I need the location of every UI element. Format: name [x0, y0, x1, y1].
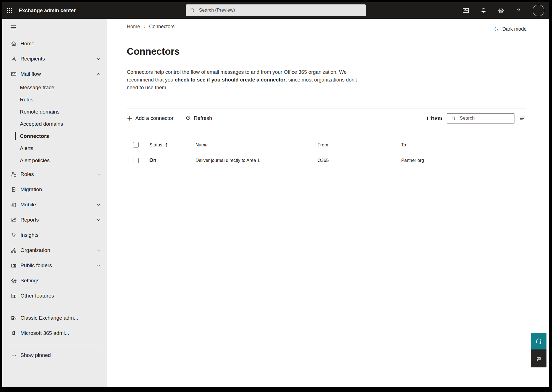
sidebar-item-label: Alerts — [20, 145, 33, 151]
status-value: On — [149, 157, 156, 163]
sidebar-item-microsoft-365-admin[interactable]: Microsoft 365 admi... — [2, 325, 107, 341]
sidebar-item-reports[interactable]: Reports — [2, 212, 107, 227]
sidebar-item-organization[interactable]: Organization — [2, 243, 107, 258]
global-search-box[interactable] — [186, 4, 366, 16]
sidebar-item-mobile[interactable]: Mobile — [2, 197, 107, 212]
sidebar-item-label: Recipients — [20, 56, 45, 62]
sidebar-item-show-pinned[interactable]: Show pinned — [2, 348, 107, 363]
reports-icon — [10, 217, 17, 223]
topbar: Exchange admin center — [2, 2, 549, 19]
sidebar-item-recipients[interactable]: Recipients — [2, 51, 107, 66]
account-avatar[interactable] — [533, 5, 544, 16]
sidebar-item-home[interactable]: Home — [2, 36, 107, 51]
cell-status: On — [149, 157, 196, 163]
row-checkbox-cell — [127, 158, 149, 163]
search-icon — [451, 116, 456, 121]
migration-icon — [10, 186, 17, 193]
refresh-label: Refresh — [194, 115, 212, 121]
filter-icon — [519, 115, 526, 122]
column-header-to[interactable]: To — [401, 142, 526, 148]
topbar-actions: ? — [462, 2, 544, 19]
sidebar-item-label: Organization — [20, 247, 50, 253]
help-icon[interactable]: ? — [515, 7, 522, 14]
breadcrumb: Home Connectors — [127, 24, 175, 30]
column-header-name[interactable]: Name — [196, 142, 318, 148]
header-checkbox-cell — [127, 142, 149, 148]
sidebar-item-connectors[interactable]: Connectors — [2, 130, 107, 142]
global-search-input[interactable] — [199, 7, 362, 13]
sidebar-item-label: Connectors — [20, 133, 49, 139]
sidebar-item-classic-exchange-admin[interactable]: E Classic Exchange adm... — [2, 310, 107, 325]
row-checkbox[interactable] — [133, 158, 139, 163]
svg-text:?: ? — [517, 7, 520, 13]
dark-mode-toggle[interactable]: Dark mode — [493, 26, 527, 32]
chevron-down-icon — [96, 56, 101, 62]
sidebar-item-label: Mail flow — [20, 71, 41, 77]
table-row: On Deliver journal directly to Area 1 O3… — [127, 151, 526, 170]
moon-icon — [493, 26, 500, 32]
sidebar-item-rules[interactable]: Rules — [2, 94, 107, 106]
sidebar-item-alert-policies[interactable]: Alert policies — [2, 154, 107, 167]
sidebar-item-alerts[interactable]: Alerts — [2, 142, 107, 154]
table-icon — [10, 293, 17, 299]
add-connector-label: Add a connector — [135, 115, 173, 121]
app-launcher-button[interactable] — [2, 2, 17, 19]
list-search-input[interactable] — [459, 115, 511, 121]
column-header-status[interactable]: Status — [149, 142, 196, 148]
main-content: Home Connectors Dark mode Connectors Con… — [107, 19, 549, 387]
person-icon — [10, 56, 17, 62]
hamburger-icon — [10, 24, 17, 31]
chevron-right-icon — [143, 25, 146, 28]
sidebar-item-other-features[interactable]: Other features — [2, 288, 107, 303]
feedback-button[interactable] — [531, 349, 546, 367]
sidebar-item-label: Alert policies — [20, 157, 50, 164]
cell-name[interactable]: Deliver journal directly to Area 1 — [196, 158, 318, 163]
settings-gear-icon[interactable] — [498, 7, 505, 14]
breadcrumb-home[interactable]: Home — [127, 24, 140, 30]
list-toolbar: Add a connector Refresh 1 item — [127, 112, 526, 125]
notifications-icon[interactable] — [480, 7, 487, 14]
powershell-icon[interactable] — [462, 7, 469, 14]
cell-from: O365 — [318, 158, 401, 163]
refresh-button[interactable]: Refresh — [185, 115, 212, 121]
sidebar-item-mail-flow[interactable]: Mail flow — [2, 66, 107, 81]
sidebar-item-public-folders[interactable]: Public folders — [2, 258, 107, 273]
breadcrumb-current: Connectors — [149, 24, 175, 30]
sidebar-item-label: Message trace — [20, 85, 54, 91]
sidebar-item-settings[interactable]: Settings — [2, 273, 107, 288]
sidebar-item-insights[interactable]: Insights — [2, 227, 107, 243]
sidebar-item-label: Classic Exchange adm... — [20, 315, 78, 321]
dark-mode-label: Dark mode — [502, 26, 527, 32]
sidebar-item-label: Settings — [20, 278, 39, 284]
sidebar-item-message-trace[interactable]: Message trace — [2, 81, 107, 94]
app-window: Exchange admin center — [2, 2, 549, 387]
sort-ascending-icon — [165, 143, 168, 147]
svg-text:E: E — [12, 316, 14, 319]
item-count: 1 item — [426, 115, 442, 121]
sidebar-item-migration[interactable]: Migration — [2, 182, 107, 197]
select-all-checkbox[interactable] — [133, 142, 139, 148]
plus-icon — [127, 115, 133, 121]
list-search-box[interactable] — [447, 113, 514, 123]
column-header-from[interactable]: From — [318, 142, 401, 148]
feedback-bubble-icon — [535, 355, 542, 362]
filter-button[interactable] — [519, 115, 526, 122]
sidebar-item-label: Show pinned — [20, 352, 51, 358]
sidebar-item-remote-domains[interactable]: Remote domains — [2, 106, 107, 118]
chevron-down-icon — [96, 172, 101, 177]
sidebar-item-label: Microsoft 365 admi... — [20, 330, 69, 336]
help-support-button[interactable] — [531, 333, 546, 349]
sidebar-item-accepted-domains[interactable]: Accepted domains — [2, 118, 107, 130]
chevron-down-icon — [96, 217, 101, 223]
lightbulb-icon — [10, 232, 17, 238]
table-header-row: Status Name From To — [127, 139, 526, 151]
sidebar-item-label: Reports — [20, 217, 39, 223]
sidebar-item-label: Remote domains — [20, 109, 60, 115]
mobile-icon — [10, 201, 17, 208]
add-connector-button[interactable]: Add a connector — [127, 115, 173, 121]
roles-icon — [10, 171, 17, 178]
nav-collapse-button[interactable] — [2, 19, 107, 36]
create-connector-link[interactable]: check to see if you should create a conn… — [175, 77, 286, 83]
sidebar-item-roles[interactable]: Roles — [2, 167, 107, 182]
sidebar-item-label: Rules — [20, 97, 33, 103]
